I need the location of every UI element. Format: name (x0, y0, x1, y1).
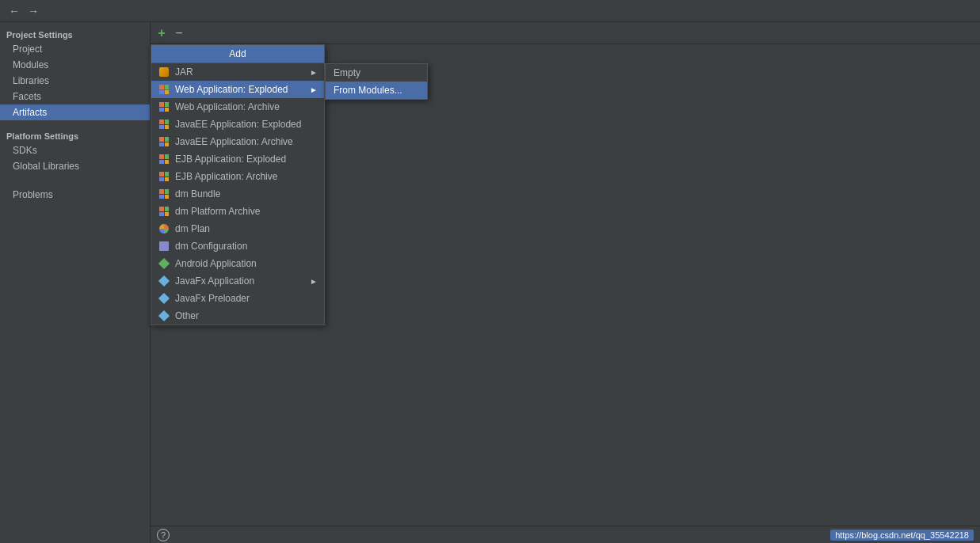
help-button[interactable]: ? (157, 529, 170, 541)
menu-item-dm-platform[interactable]: dm Platform Archive (151, 203, 324, 220)
menu-item-javaee-archive[interactable]: JavaEE Application: Archive (151, 133, 324, 150)
sidebar-item-modules[interactable]: Modules (0, 57, 150, 73)
submenu-item-from-modules[interactable]: From Modules... (326, 82, 427, 99)
menu-item-jar[interactable]: JAR ► (151, 63, 324, 81)
javafx-preloader-icon (158, 292, 170, 305)
add-menu-header: Add (151, 45, 324, 63)
javaee-archive-icon (158, 135, 170, 148)
menu-item-javafx-preloader[interactable]: JavaFx Preloader (151, 290, 324, 307)
sidebar-item-facets[interactable]: Facets (0, 89, 150, 104)
ejb-archive-icon (158, 170, 170, 183)
remove-artifact-button[interactable]: − (171, 25, 187, 41)
url-display: https://blog.csdn.net/qq_35542218 (830, 530, 974, 541)
web-exploded-arrow-icon: ► (310, 85, 318, 94)
menu-item-other[interactable]: Other (151, 307, 324, 325)
sidebar-item-libraries[interactable]: Libraries (0, 73, 150, 89)
sidebar-item-sdks[interactable]: SDKs (0, 142, 150, 158)
web-exploded-submenu: Empty From Modules... (325, 63, 428, 100)
sidebar-item-project[interactable]: Project (0, 41, 150, 57)
javafx-icon (158, 275, 170, 287)
platform-settings-title: Platform Settings (0, 127, 150, 142)
sidebar-item-artifacts[interactable]: Artifacts (0, 104, 150, 120)
add-artifact-button[interactable]: + (154, 25, 170, 41)
javafx-arrow-icon: ► (310, 277, 318, 286)
dm-config-icon (158, 240, 170, 253)
menu-item-javaee-exploded[interactable]: JavaEE Application: Exploded (151, 116, 324, 133)
toolbar: ← → (0, 0, 980, 22)
dm-platform-icon (158, 205, 170, 218)
menu-item-ejb-exploded[interactable]: EJB Application: Exploded (151, 150, 324, 168)
android-icon (158, 257, 170, 270)
sidebar-item-global-libraries[interactable]: Global Libraries (0, 158, 150, 174)
bottom-bar: ? https://blog.csdn.net/qq_35542218 (151, 526, 980, 543)
forward-button[interactable]: → (25, 3, 41, 19)
add-dropdown-menu: Add JAR ► We (151, 44, 325, 325)
main-layout: Project Settings Project Modules Librari… (0, 22, 980, 543)
jar-icon (158, 66, 170, 78)
menu-item-ejb-archive[interactable]: EJB Application: Archive (151, 168, 324, 185)
menu-item-dm-plan[interactable]: dm Plan (151, 220, 324, 237)
content-area: + − Add JAR ► (151, 22, 980, 543)
jar-arrow-icon: ► (310, 68, 318, 77)
submenu-item-empty[interactable]: Empty (326, 64, 427, 82)
project-settings-title: Project Settings (0, 25, 150, 41)
dm-plan-icon (158, 222, 170, 235)
ejb-exploded-icon (158, 153, 170, 165)
other-icon (158, 309, 170, 322)
web-exploded-icon (158, 83, 170, 96)
menu-item-dm-config[interactable]: dm Configuration (151, 237, 324, 255)
menu-item-dm-bundle[interactable]: dm Bundle (151, 185, 324, 203)
dm-bundle-icon (158, 188, 170, 200)
back-button[interactable]: ← (6, 3, 22, 19)
web-archive-icon (158, 101, 170, 113)
menu-item-web-exploded[interactable]: Web Application: Exploded ► (151, 81, 324, 98)
javaee-exploded-icon (158, 118, 170, 131)
sidebar-item-problems[interactable]: Problems (0, 187, 150, 203)
menu-item-android[interactable]: Android Application (151, 255, 324, 272)
sidebar: Project Settings Project Modules Librari… (0, 22, 151, 543)
menu-item-web-archive[interactable]: Web Application: Archive (151, 98, 324, 116)
menu-item-javafx[interactable]: JavaFx Application ► (151, 272, 324, 290)
